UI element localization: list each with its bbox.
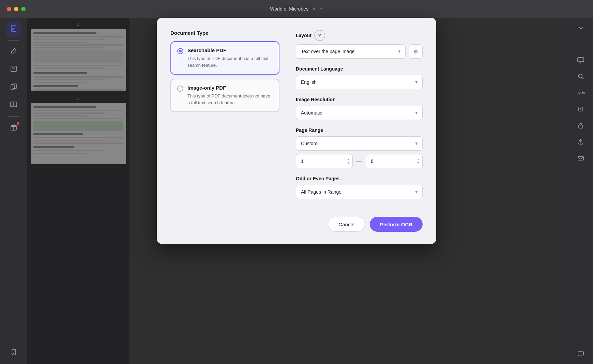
layout-select-wrapper: Text over the page image Text under page… (296, 44, 406, 59)
minimize-button[interactable] (14, 7, 18, 11)
bookmark-icon (10, 348, 17, 358)
page-to-input[interactable] (366, 154, 423, 168)
expand-icon[interactable] (574, 21, 588, 35)
pencil-icon (10, 65, 17, 74)
page-from-decrement[interactable]: ▼ (346, 162, 351, 165)
page-to-wrapper: ▲ ▼ (366, 154, 423, 168)
document-type-section: Document Type Searchable PDF This type o… (170, 30, 279, 207)
odd-even-label: Odd or Even Pages (296, 176, 423, 181)
odd-even-field-group: Odd or Even Pages All Pages in Range Odd… (296, 176, 423, 199)
close-tab-button[interactable]: × (313, 6, 315, 12)
image-only-pdf-name: Image-only PDF (187, 85, 273, 91)
odd-even-select-wrapper: All Pages in Range Odd Pages Only Even P… (296, 185, 423, 199)
resolution-label: Image Resolution (296, 97, 423, 102)
ocr-icon[interactable]: PDF/A (574, 86, 588, 100)
layout-help-button[interactable]: ? (314, 30, 325, 41)
page-range-select[interactable]: Custom All Pages Current Page (296, 136, 423, 151)
page-from-input[interactable] (296, 154, 353, 168)
searchable-pdf-card[interactable]: Searchable PDF This type of PDF document… (170, 41, 279, 75)
page-from-spinners: ▲ ▼ (346, 158, 351, 165)
sidebar-item-compare[interactable] (6, 97, 21, 113)
page-from-wrapper: ▲ ▼ (296, 154, 353, 168)
image-only-pdf-desc: This type of PDF document does not have … (187, 93, 273, 106)
ocr-settings-section: Layout ? Text over the page image Text u… (296, 30, 423, 207)
gear-icon: ⚙ (413, 48, 418, 55)
layout-select[interactable]: Text over the page image Text under page… (296, 44, 406, 59)
refresh-icon[interactable] (574, 102, 588, 116)
document-icon (10, 25, 17, 34)
page-from-increment[interactable]: ▲ (346, 158, 351, 161)
svg-rect-10 (11, 102, 13, 107)
svg-line-19 (582, 78, 583, 79)
layout-label: Layout (296, 33, 311, 38)
svg-rect-23 (579, 125, 583, 128)
perform-ocr-button[interactable]: Perform OCR (370, 217, 423, 232)
page-range-inputs: ▲ ▼ — ▲ ▼ (296, 154, 423, 168)
pages-icon (10, 83, 17, 92)
right-divider (581, 39, 581, 49)
language-select[interactable]: English French German Spanish Italian Po… (296, 75, 423, 89)
window-title: World of Microbes (270, 6, 308, 12)
sidebar-item-edit[interactable] (6, 62, 21, 77)
sidebar-item-pages[interactable] (6, 79, 21, 95)
searchable-pdf-name: Searchable PDF (187, 47, 273, 53)
page-range-select-wrapper: Custom All Pages Current Page ▼ (296, 136, 423, 151)
ocr-dialog: Document Type Searchable PDF This type o… (157, 18, 436, 244)
searchable-pdf-radio[interactable] (177, 48, 183, 54)
question-icon: ? (318, 33, 321, 38)
cancel-button[interactable]: Cancel (328, 217, 365, 232)
sidebar-item-bookmark[interactable] (6, 345, 21, 361)
titlebar: World of Microbes × + (0, 0, 593, 18)
svg-point-18 (579, 74, 582, 78)
language-select-wrapper: English French German Spanish Italian Po… (296, 75, 423, 89)
language-label: Document Language (296, 66, 423, 72)
page-to-spinners: ▲ ▼ (416, 158, 421, 165)
resolution-select[interactable]: Automatic 72 DPI 96 DPI 150 DPI 300 DPI (296, 106, 423, 120)
share-icon[interactable] (574, 135, 588, 149)
image-only-pdf-radio[interactable] (177, 86, 183, 92)
search-icon[interactable] (574, 70, 588, 83)
page-to-decrement[interactable]: ▼ (416, 162, 421, 165)
svg-rect-15 (578, 58, 584, 62)
searchable-pdf-desc: This type of PDF document has a full tex… (187, 55, 273, 69)
sidebar-divider-1 (9, 40, 19, 41)
page-range-label: Page Range (296, 127, 423, 133)
chat-icon[interactable] (574, 347, 588, 361)
page-to-increment[interactable]: ▲ (416, 158, 421, 161)
resolution-field-group: Image Resolution Automatic 72 DPI 96 DPI… (296, 97, 423, 120)
svg-rect-24 (578, 156, 583, 160)
image-only-pdf-card[interactable]: Image-only PDF This type of PDF document… (170, 79, 279, 112)
language-field-group: Document Language English French German … (296, 66, 423, 89)
close-button[interactable] (7, 7, 11, 11)
odd-even-select[interactable]: All Pages in Range Odd Pages Only Even P… (296, 185, 423, 199)
presentation-icon[interactable] (574, 53, 588, 67)
gift-icon (10, 123, 17, 133)
resolution-select-wrapper: Automatic 72 DPI 96 DPI 150 DPI 300 DPI … (296, 106, 423, 120)
range-separator: — (356, 158, 362, 165)
sidebar-item-document[interactable] (6, 21, 21, 37)
layout-settings-button[interactable]: ⚙ (409, 44, 423, 59)
compare-icon (10, 101, 17, 110)
sidebar-divider-2 (9, 116, 19, 117)
document-type-title: Document Type (170, 30, 279, 36)
lock-icon[interactable] (574, 119, 588, 132)
right-sidebar: PDF/A (568, 18, 593, 364)
sidebar-item-gift[interactable] (6, 120, 21, 136)
mail-icon[interactable] (574, 151, 588, 165)
left-sidebar (0, 18, 27, 364)
page-range-field-group: Page Range Custom All Pages Current Page… (296, 127, 423, 168)
brush-icon (10, 47, 17, 57)
add-tab-button[interactable]: + (319, 5, 323, 13)
svg-rect-11 (14, 102, 17, 107)
layout-field-group: Layout ? Text over the page image Text u… (296, 30, 423, 59)
maximize-button[interactable] (21, 7, 26, 11)
modal-footer: Cancel Perform OCR (170, 217, 423, 232)
sidebar-item-brush[interactable] (6, 44, 21, 60)
